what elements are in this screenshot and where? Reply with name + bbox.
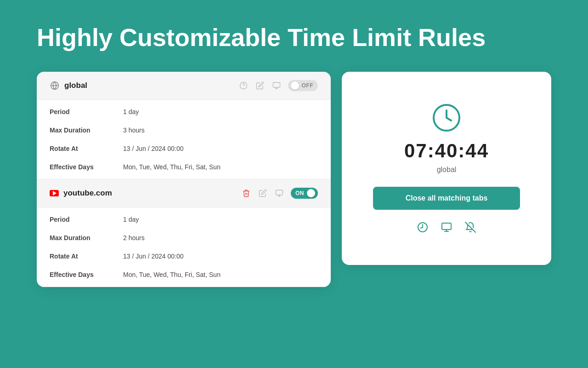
toggle-youtube[interactable]: ON: [291, 188, 318, 199]
monitor-icon-youtube[interactable]: [274, 188, 284, 198]
history-icon[interactable]: [416, 221, 429, 234]
page-wrapper: Highly Customizable Time Limit Rules glo…: [0, 0, 588, 368]
rule-header-global: global: [37, 72, 331, 100]
effectivedays-label-youtube: Effective Days: [50, 271, 123, 278]
maxduration-label-global: Max Duration: [50, 126, 123, 134]
monitor-bottom-icon[interactable]: [440, 221, 453, 234]
svg-point-2: [240, 82, 247, 89]
detail-row-effectivedays-global: Effective Days Mon, Tue, Wed, Thu, Fri, …: [37, 158, 331, 176]
rule-details-youtube: Period 1 day Max Duration 2 hours Rotate…: [37, 207, 331, 287]
rule-header-youtube: youtube.com: [37, 179, 331, 207]
effectivedays-value-global: Mon, Tue, Wed, Thu, Fri, Sat, Sun: [123, 163, 220, 171]
rule-actions-global: OFF: [238, 80, 318, 91]
page-title: Highly Customizable Time Limit Rules: [37, 23, 551, 52]
svg-line-15: [465, 222, 475, 232]
timer-display: 07:40:44: [404, 140, 489, 162]
maxduration-value-youtube: 2 hours: [123, 234, 145, 242]
yt-play-icon: [53, 191, 57, 196]
monitor-icon-global[interactable]: [271, 80, 282, 91]
rotateat-label-global: Rotate At: [50, 145, 123, 152]
toggle-label-youtube: ON: [295, 190, 304, 196]
detail-row-period-youtube: Period 1 day: [37, 210, 331, 229]
youtube-favicon-icon: [50, 189, 59, 198]
bottom-icons: [416, 221, 477, 234]
rotateat-value-youtube: 13 / Jun / 2024 00:00: [123, 253, 184, 260]
toggle-label-global: OFF: [302, 82, 314, 89]
globe-icon: [50, 80, 60, 91]
svg-rect-4: [273, 82, 280, 87]
effectivedays-label-global: Effective Days: [50, 163, 123, 171]
bell-off-icon[interactable]: [464, 221, 477, 234]
period-label-youtube: Period: [50, 216, 123, 223]
period-value-global: 1 day: [123, 108, 139, 115]
rule-block-global: global: [37, 72, 331, 179]
delete-icon-youtube[interactable]: [241, 188, 251, 198]
edit-icon-global[interactable]: [255, 80, 265, 91]
effectivedays-value-youtube: Mon, Tue, Wed, Thu, Fri, Sat, Sun: [123, 271, 220, 278]
svg-rect-7: [276, 190, 283, 195]
rule-name-youtube: youtube.com: [63, 189, 241, 198]
period-label-global: Period: [50, 108, 123, 115]
close-tabs-button[interactable]: Close all matching tabs: [373, 187, 520, 210]
left-card: global: [37, 72, 331, 287]
rotateat-label-youtube: Rotate At: [50, 253, 123, 260]
rule-block-youtube: youtube.com: [37, 179, 331, 287]
detail-row-effectivedays-youtube: Effective Days Mon, Tue, Wed, Thu, Fri, …: [37, 265, 331, 284]
right-card: 07:40:44 global Close all matching tabs: [342, 72, 551, 265]
detail-row-maxduration-global: Max Duration 3 hours: [37, 121, 331, 139]
clock-icon-large: [432, 103, 461, 132]
toggle-knob-youtube: [307, 189, 315, 197]
maxduration-label-youtube: Max Duration: [50, 234, 123, 242]
timer-label: global: [437, 166, 457, 174]
help-icon-global[interactable]: [238, 80, 249, 91]
edit-icon-youtube[interactable]: [258, 188, 268, 198]
detail-row-rotateat-global: Rotate At 13 / Jun / 2024 00:00: [37, 139, 331, 158]
cards-row: global: [37, 72, 551, 287]
detail-row-rotateat-youtube: Rotate At 13 / Jun / 2024 00:00: [37, 247, 331, 265]
rule-details-global: Period 1 day Max Duration 3 hours Rotate…: [37, 100, 331, 179]
rule-actions-youtube: ON: [241, 188, 318, 199]
period-value-youtube: 1 day: [123, 216, 139, 223]
toggle-knob-global: [291, 81, 299, 90]
detail-row-maxduration-youtube: Max Duration 2 hours: [37, 229, 331, 247]
maxduration-value-global: 3 hours: [123, 126, 145, 134]
svg-rect-12: [442, 223, 451, 230]
rotateat-value-global: 13 / Jun / 2024 00:00: [123, 145, 184, 152]
toggle-global[interactable]: OFF: [288, 80, 318, 91]
rule-name-global: global: [64, 81, 238, 90]
detail-row-period-global: Period 1 day: [37, 103, 331, 121]
yt-icon: [50, 190, 59, 196]
